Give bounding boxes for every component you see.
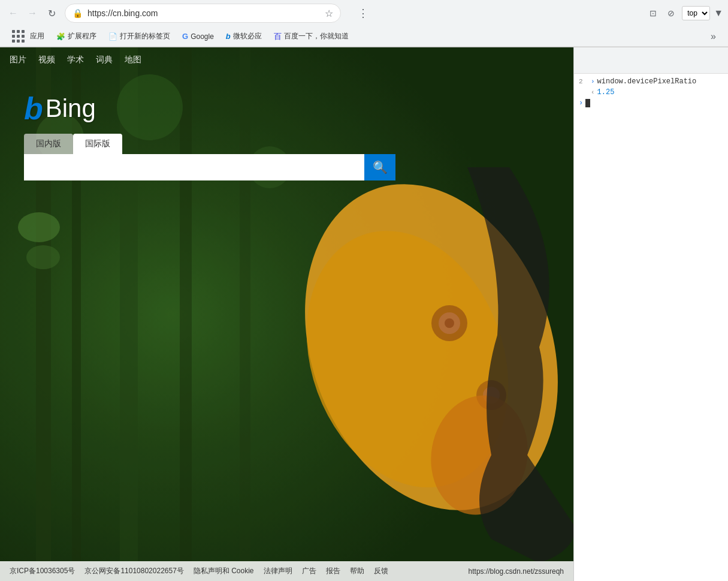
inspect-icon: ⊡	[650, 8, 657, 18]
console-right-arrow-1: ›	[591, 77, 595, 85]
bing-logo-text: Bing	[46, 94, 96, 123]
console-prompt-icon: ›	[579, 99, 583, 107]
chrome-menu-button[interactable]: ⋮	[355, 4, 371, 22]
footer-report[interactable]: 报告	[326, 566, 340, 576]
bing-nav-link-images[interactable]: 图片	[10, 52, 26, 68]
bookmark-bing[interactable]: b 微软必应	[221, 29, 267, 44]
address-bar[interactable]: 🔒 https://cn.bing.com ☆	[65, 4, 341, 23]
console-input-line[interactable]: ›	[574, 98, 728, 109]
star-icon[interactable]: ☆	[325, 8, 333, 19]
footer-feedback[interactable]: 反馈	[374, 566, 388, 576]
bookmark-extensions[interactable]: 🧩 扩展程序	[52, 29, 101, 44]
bookmark-apps[interactable]: 应用	[7, 28, 49, 46]
reload-icon: ↻	[48, 8, 56, 19]
console-cursor	[585, 99, 590, 107]
bookmark-apps-label: 应用	[30, 31, 44, 41]
devtools-dropdown-icon: ▼	[714, 8, 723, 19]
extensions-icon: 🧩	[56, 32, 65, 41]
back-button[interactable]: ←	[5, 5, 22, 22]
bookmark-button[interactable]	[346, 11, 351, 16]
svg-point-18	[18, 212, 60, 242]
bookmark-bing-label: 微软必应	[233, 31, 262, 41]
apps-grid-icon	[12, 30, 25, 43]
bookmark-extensions-label: 扩展程序	[68, 31, 96, 41]
bookmarks-more-button[interactable]: »	[706, 29, 721, 44]
chrome-menu-icon: ⋮	[358, 7, 368, 19]
newtab-icon: 📄	[108, 32, 117, 41]
bing-icon: b	[226, 32, 231, 41]
baidu-icon: 百	[274, 31, 282, 42]
svg-point-19	[26, 245, 60, 269]
back-icon: ←	[8, 8, 18, 19]
lock-icon: 🔒	[73, 8, 83, 18]
bookmarks-bar: 应用 🧩 扩展程序 📄 打开新的标签页 G Google b 微软必应 百 百度…	[0, 26, 728, 47]
footer-legal[interactable]: 法律声明	[264, 566, 292, 576]
console-output-1: 1.25	[597, 88, 615, 97]
bing-search-input[interactable]	[24, 154, 364, 180]
bing-tab-international[interactable]: 国际版	[73, 134, 122, 154]
console-line-2: ‹ 1.25	[574, 87, 728, 98]
footer-help[interactable]: 帮助	[350, 566, 364, 576]
bookmark-google[interactable]: G Google	[177, 29, 219, 43]
console-left-arrow-2: ‹	[591, 88, 595, 96]
console-command-1: window.devicePixelRatio	[597, 77, 697, 86]
bing-tabs: 国内版 国际版	[24, 134, 122, 154]
footer-links: 京ICP备10036305号 京公网安备11010802022657号 隐私声明…	[10, 566, 388, 576]
bing-nav: 图片 视频 学术 词典 地图	[0, 47, 573, 73]
devtools-inspect-button[interactable]: ⊡	[646, 6, 660, 20]
footer-icp[interactable]: 京ICP备10036305号	[10, 566, 75, 576]
bing-logo-b: b	[24, 91, 43, 127]
footer-privacy[interactable]: 隐私声明和 Cookie	[194, 566, 254, 576]
devtools-context-select[interactable]: top	[682, 6, 710, 20]
bing-logo-area: b Bing	[24, 91, 96, 127]
bookmark-baidu-label: 百度一下，你就知道	[284, 31, 349, 41]
bing-nav-link-dict[interactable]: 词典	[96, 52, 113, 68]
reload-button[interactable]: ↻	[43, 5, 60, 22]
footer-right-text: https://blog.csdn.net/zssureqh	[469, 567, 564, 576]
google-icon: G	[182, 32, 188, 41]
bookmark-google-label: Google	[191, 32, 214, 41]
bing-search-icon: 🔍	[373, 160, 388, 174]
bing-search-area: b Bing 国内版 国际版 🔍	[24, 73, 573, 180]
svg-point-11	[445, 318, 454, 328]
bing-nav-link-map[interactable]: 地图	[125, 52, 141, 68]
forward-icon: →	[28, 8, 37, 19]
bookmark-newtab[interactable]: 📄 打开新的标签页	[104, 29, 175, 44]
footer-ad[interactable]: 广告	[302, 566, 316, 576]
bing-nav-link-academic[interactable]: 学术	[67, 52, 84, 68]
bing-search-button[interactable]: 🔍	[364, 154, 395, 180]
bing-footer: 京ICP备10036305号 京公网安备11010802022657号 隐私声明…	[0, 561, 573, 581]
bookmark-baidu[interactable]: 百 百度一下，你就知道	[269, 29, 354, 44]
console-line-1: 2 › window.devicePixelRatio	[574, 76, 728, 87]
footer-police[interactable]: 京公网安备11010802022657号	[84, 566, 183, 576]
devtools-console-content: 2 › window.devicePixelRatio ‹ 1.25 ›	[574, 74, 728, 581]
bing-tab-domestic[interactable]: 国内版	[24, 134, 73, 154]
console-line-number-2	[579, 88, 588, 89]
bookmark-newtab-label: 打开新的标签页	[120, 31, 170, 41]
forward-button[interactable]: →	[24, 5, 41, 22]
bing-search-box: 🔍	[24, 154, 395, 180]
bing-nav-link-video[interactable]: 视频	[38, 52, 55, 68]
devtools-block-button[interactable]: ⊘	[664, 6, 678, 20]
devtools-panel: 2 › window.devicePixelRatio ‹ 1.25 ›	[573, 47, 728, 581]
console-line-number-1: 2	[579, 77, 588, 85]
block-icon: ⊘	[667, 8, 675, 18]
url-input[interactable]: https://cn.bing.com	[87, 8, 320, 18]
